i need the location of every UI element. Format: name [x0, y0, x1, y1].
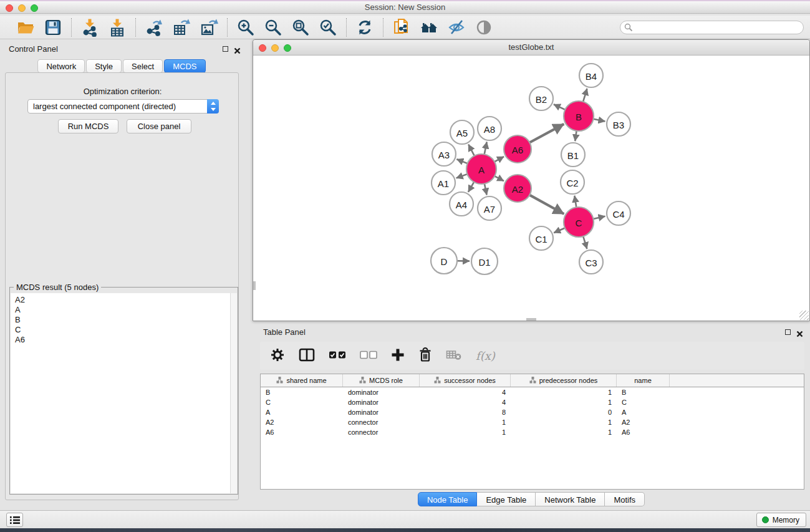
network-canvas[interactable]: AA1A2A3A4A5A6A7A8BB1B2B3B4CC1C2C3C4DD1: [253, 56, 809, 321]
float-panel-icon[interactable]: [223, 45, 231, 53]
tab-mcds[interactable]: MCDS: [164, 59, 205, 73]
network-node-A8[interactable]: A8: [478, 117, 501, 140]
open-file-icon[interactable]: [16, 18, 35, 37]
network-node-B4[interactable]: B4: [579, 64, 603, 87]
network-edge-A-A8[interactable]: [485, 142, 487, 155]
network-node-A1[interactable]: A1: [432, 171, 455, 195]
column-header-predecessor-nodes[interactable]: predecessor nodes: [511, 374, 617, 387]
search-input[interactable]: [620, 21, 804, 34]
network-edge-A-A7[interactable]: [485, 184, 487, 195]
network-edge-C-C1[interactable]: [554, 228, 565, 233]
new-network-from-selection-icon[interactable]: [392, 18, 411, 37]
run-mcds-button[interactable]: Run MCDS: [58, 119, 118, 133]
split-view-icon[interactable]: [299, 347, 315, 365]
export-network-icon[interactable]: [145, 18, 163, 37]
home-icon[interactable]: [420, 18, 438, 37]
mcds-result-item[interactable]: B: [15, 315, 230, 325]
column-header-name[interactable]: name: [617, 374, 670, 387]
network-node-B3[interactable]: B3: [607, 112, 630, 136]
tab-motifs[interactable]: Motifs: [605, 492, 645, 506]
tab-network[interactable]: Network: [37, 59, 85, 73]
mcds-result-item[interactable]: C: [15, 325, 230, 335]
network-node-A6[interactable]: A6: [504, 135, 531, 163]
window-resize-grip[interactable]: [799, 311, 809, 320]
import-table-icon[interactable]: [108, 18, 127, 37]
task-history-button[interactable]: [6, 513, 23, 527]
table-row[interactable]: Bdominator41B: [261, 387, 804, 397]
criterion-select[interactable]: largest connected component (directed): [27, 99, 219, 114]
delete-row-icon[interactable]: [418, 347, 432, 365]
column-header-shared-name[interactable]: shared name: [261, 374, 343, 387]
column-header-MCDS-role[interactable]: MCDS role: [343, 374, 420, 387]
network-edge-A2-C[interactable]: [529, 195, 564, 214]
settings-gear-icon[interactable]: [270, 347, 285, 365]
svg-text:A1: A1: [438, 178, 449, 189]
network-edge-B-B3[interactable]: [594, 119, 605, 122]
table-row[interactable]: Cdominator41C: [261, 397, 804, 407]
refresh-layout-icon[interactable]: [355, 18, 374, 37]
export-table-icon[interactable]: [172, 18, 191, 37]
import-network-icon[interactable]: [80, 18, 99, 37]
add-row-icon[interactable]: [391, 348, 405, 364]
network-edge-A-A6[interactable]: [494, 157, 504, 162]
network-edge-A-A5[interactable]: [468, 145, 475, 156]
column-header-successor-nodes[interactable]: successor nodes: [420, 374, 511, 387]
network-edge-B-B1[interactable]: [575, 131, 576, 141]
deselect-all-icon[interactable]: [360, 350, 377, 362]
zoom-out-icon[interactable]: [264, 18, 282, 37]
network-node-A7[interactable]: A7: [478, 196, 501, 220]
network-edge-A-A1[interactable]: [456, 174, 468, 178]
network-node-C[interactable]: C: [564, 207, 594, 237]
show-graphics-details-icon[interactable]: [475, 18, 493, 37]
network-node-B[interactable]: B: [564, 101, 594, 131]
mcds-result-item[interactable]: A6: [15, 335, 230, 345]
mcds-result-item[interactable]: A2: [15, 295, 230, 305]
close-panel-icon[interactable]: [234, 46, 242, 54]
network-horizontal-scrollbar[interactable]: [526, 318, 536, 321]
zoom-in-icon[interactable]: [236, 18, 255, 37]
tab-edge-table[interactable]: Edge Table: [477, 492, 536, 506]
zoom-selected-icon[interactable]: [319, 18, 337, 37]
tab-select[interactable]: Select: [123, 59, 163, 73]
table-row[interactable]: A2connector11A2: [261, 417, 804, 427]
network-node-C2[interactable]: C2: [561, 170, 584, 194]
float-table-panel-icon[interactable]: [785, 328, 793, 336]
table-row[interactable]: A6connector11A6: [261, 427, 804, 437]
network-edge-C-C4[interactable]: [593, 216, 605, 219]
tab-network-table[interactable]: Network Table: [536, 492, 605, 506]
mcds-result-item[interactable]: A: [15, 305, 230, 315]
tab-node-table[interactable]: Node Table: [418, 492, 478, 506]
memory-button[interactable]: Memory: [756, 513, 806, 527]
table-row[interactable]: Adominator80A: [261, 407, 804, 417]
close-table-panel-icon[interactable]: [796, 329, 804, 337]
network-node-A4[interactable]: A4: [450, 192, 473, 216]
network-node-C3[interactable]: C3: [579, 250, 603, 274]
network-node-A2[interactable]: A2: [504, 175, 531, 202]
network-edge-B-B4[interactable]: [583, 89, 587, 102]
select-all-icon[interactable]: [329, 350, 346, 362]
network-edge-A-A2[interactable]: [494, 176, 504, 181]
network-edge-B-B2[interactable]: [554, 104, 565, 110]
network-node-C4[interactable]: C4: [607, 201, 630, 225]
network-edge-C-C3[interactable]: [583, 236, 587, 249]
network-node-D[interactable]: D: [431, 248, 457, 274]
save-session-icon[interactable]: [44, 18, 62, 37]
mcds-result-scrollbar[interactable]: [230, 293, 237, 493]
network-node-B2[interactable]: B2: [529, 87, 553, 110]
network-vertical-scrollbar[interactable]: [253, 281, 256, 290]
network-node-C1[interactable]: C1: [529, 226, 553, 250]
network-edge-A-A4[interactable]: [468, 182, 474, 192]
network-node-A5[interactable]: A5: [450, 120, 474, 144]
network-node-A3[interactable]: A3: [432, 142, 456, 166]
tab-style[interactable]: Style: [86, 59, 122, 73]
export-image-icon[interactable]: [200, 18, 218, 37]
close-panel-button[interactable]: Close panel: [127, 119, 191, 133]
network-edge-C-C2[interactable]: [574, 196, 576, 208]
network-edge-A6-B[interactable]: [529, 124, 564, 143]
zoom-fit-icon[interactable]: [291, 18, 310, 37]
hide-graphics-details-icon[interactable]: [447, 18, 466, 37]
network-node-B1[interactable]: B1: [561, 143, 585, 167]
network-edge-A-A3[interactable]: [456, 159, 467, 163]
network-node-D1[interactable]: D1: [471, 248, 498, 274]
network-node-A[interactable]: A: [466, 154, 496, 184]
